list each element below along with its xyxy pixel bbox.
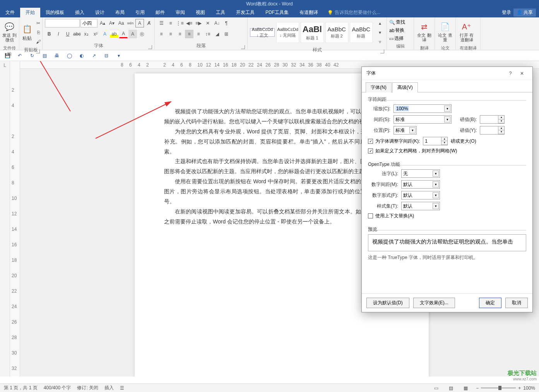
contextual-checkbox[interactable]: 使用上下文替换(A)	[368, 213, 414, 219]
select-button[interactable]: ▭ 选择	[389, 35, 404, 42]
new-button[interactable]: ▤	[41, 52, 48, 59]
qat-7[interactable]: ↗	[91, 52, 98, 59]
style-set-combo[interactable]: 默认▾	[401, 202, 440, 210]
dialog-close-button[interactable]: ✕	[516, 71, 528, 76]
align-right-button[interactable]: ≡	[176, 30, 184, 38]
char-border-button[interactable]: A	[135, 19, 144, 27]
increase-indent-button[interactable]: ≡▶	[194, 19, 203, 27]
asian-layout-button[interactable]: ✕	[204, 19, 212, 27]
cut-button[interactable]: ✂	[34, 19, 43, 27]
strike-button[interactable]: abc	[73, 30, 81, 38]
text-effects-button[interactable]: 文字效果(E)...	[413, 298, 455, 308]
font-name-combo[interactable]	[45, 19, 80, 27]
line-spacing-button[interactable]: ↕≡	[204, 30, 212, 38]
menu-view[interactable]: 视图	[190, 8, 210, 17]
dialog-help-button[interactable]: ?	[505, 71, 516, 76]
paragraph-launcher[interactable]	[241, 45, 245, 49]
menu-developer[interactable]: 开发工具	[231, 8, 260, 17]
status-insert[interactable]: 插入	[104, 385, 114, 391]
youdao-button[interactable]: A⁺打开 有道翻译	[458, 19, 475, 44]
bold-button[interactable]: B	[45, 30, 53, 38]
tab-selector[interactable]: L	[0, 61, 10, 377]
status-extra-icon[interactable]: ☰	[120, 385, 124, 391]
view-web-button[interactable]: ▦	[461, 384, 470, 392]
find-button[interactable]: 🔍 查找	[389, 19, 405, 26]
num-spacing-combo[interactable]: 默认▾	[401, 180, 440, 189]
kerning-checkbox[interactable]: ✓为字体调整字间距(K):	[368, 138, 420, 145]
styles-more-button[interactable]: ▿	[376, 37, 384, 46]
clear-format-button[interactable]: A̸	[145, 19, 153, 27]
view-print-button[interactable]: ▤	[447, 384, 455, 392]
borders-button[interactable]: ⊞	[222, 30, 231, 38]
full-translate-button[interactable]: ⇄全文 翻译	[416, 19, 432, 44]
show-marks-button[interactable]: ¶	[222, 19, 231, 27]
distribute-button[interactable]: ≡	[194, 30, 203, 38]
paste-button[interactable]: 📋粘贴	[22, 20, 33, 45]
align-left-button[interactable]: ≡	[157, 30, 166, 38]
enclose-char-button[interactable]: ㊗	[138, 30, 146, 38]
dialog-titlebar[interactable]: 字体 ? ✕	[362, 67, 532, 80]
style-normal[interactable]: AaBbCcDd↓ 正文	[250, 28, 275, 37]
grow-font-button[interactable]: A▴	[98, 19, 107, 27]
style-nospacing[interactable]: AaBbCcDd↓ 无间隔	[276, 22, 299, 43]
zoom-slider[interactable]: − + 100%	[476, 385, 535, 391]
kerning-spinner[interactable]: 1▴▾	[423, 137, 448, 145]
format-painter-button[interactable]: 🖌	[34, 37, 43, 46]
text-effect-button[interactable]: A	[101, 30, 109, 38]
menu-file[interactable]: 文件	[0, 8, 20, 17]
view-read-button[interactable]: ▭	[432, 384, 440, 392]
shading-button[interactable]: ◢	[213, 30, 221, 38]
share-button[interactable]: 👤 共享	[513, 9, 536, 17]
num-form-combo[interactable]: 默认▾	[401, 191, 440, 199]
menu-review[interactable]: 审阅	[170, 8, 190, 17]
justify-button[interactable]: ≡	[185, 30, 193, 38]
style-title[interactable]: AaBbC标题	[350, 22, 373, 43]
position-points-spinner[interactable]: ▴▾	[480, 126, 505, 135]
bullets-button[interactable]: ☰	[157, 19, 166, 27]
char-shading-button[interactable]: A	[128, 30, 137, 38]
menu-mytemplates[interactable]: 我的模板	[40, 8, 70, 17]
multilevel-button[interactable]: ⋮≡	[176, 19, 184, 27]
menu-pdf[interactable]: PDF工具集	[260, 8, 294, 17]
qat-8[interactable]: ⊟	[103, 52, 110, 59]
menu-design[interactable]: 设计	[90, 8, 110, 17]
menu-tools[interactable]: 工具	[210, 8, 231, 17]
decrease-indent-button[interactable]: ◀≡	[185, 19, 193, 27]
scale-combo[interactable]: 100%▾	[394, 104, 452, 113]
status-track[interactable]: 修订: 关闭	[77, 385, 98, 391]
highlight-button[interactable]: ab	[110, 30, 118, 38]
superscript-button[interactable]: x²	[91, 30, 100, 38]
tell-me[interactable]: 💡告诉我您想要做什么...	[327, 8, 380, 17]
status-page[interactable]: 第 1 页，共 1 页	[4, 385, 38, 391]
zoom-out-button[interactable]: −	[476, 385, 479, 391]
menu-layout[interactable]: 布局	[110, 8, 130, 17]
tab-font[interactable]: 字体(N)	[366, 82, 392, 92]
vertical-ruler[interactable]: 242468101214161820222426283032	[10, 61, 20, 377]
ligature-combo[interactable]: 无▾	[401, 169, 440, 178]
spacing-combo[interactable]: 标准▾	[394, 115, 452, 124]
qat-9[interactable]: ▾	[115, 52, 122, 59]
sort-button[interactable]: A↓	[213, 19, 221, 27]
change-case-button[interactable]: Aa	[117, 19, 125, 27]
send-wechat-button[interactable]: 💬发送 到微信	[2, 19, 17, 44]
set-default-button[interactable]: 设为默认值(D)	[366, 298, 409, 308]
menu-youdao[interactable]: 有道翻译	[294, 8, 323, 17]
font-color-button[interactable]: A	[119, 30, 128, 38]
spacing-points-spinner[interactable]: ▴▾	[480, 115, 505, 124]
tab-advanced[interactable]: 高级(V)	[392, 82, 418, 92]
copy-button[interactable]: ⎘	[34, 28, 43, 37]
login-link[interactable]: 登录	[502, 9, 511, 16]
status-words[interactable]: 400/400 个字	[44, 385, 71, 391]
styles-down-button[interactable]: ▾	[376, 28, 384, 37]
qat-5[interactable]: ◯	[66, 52, 73, 59]
cancel-button[interactable]: 取消	[505, 298, 528, 308]
underline-button[interactable]: U	[63, 30, 72, 38]
paper-check-button[interactable]: 📄论文 查重	[437, 19, 453, 44]
italic-button[interactable]: I	[54, 30, 63, 38]
snap-grid-checkbox[interactable]: ✓如果定义了文档网格，则对齐到网格(W)	[368, 148, 457, 154]
style-heading1[interactable]: AaBl标题 1	[301, 22, 323, 43]
font-launcher[interactable]	[148, 45, 152, 49]
menu-mailings[interactable]: 邮件	[150, 8, 170, 17]
menu-home[interactable]: 开始	[20, 8, 40, 17]
subscript-button[interactable]: x₂	[82, 30, 91, 38]
